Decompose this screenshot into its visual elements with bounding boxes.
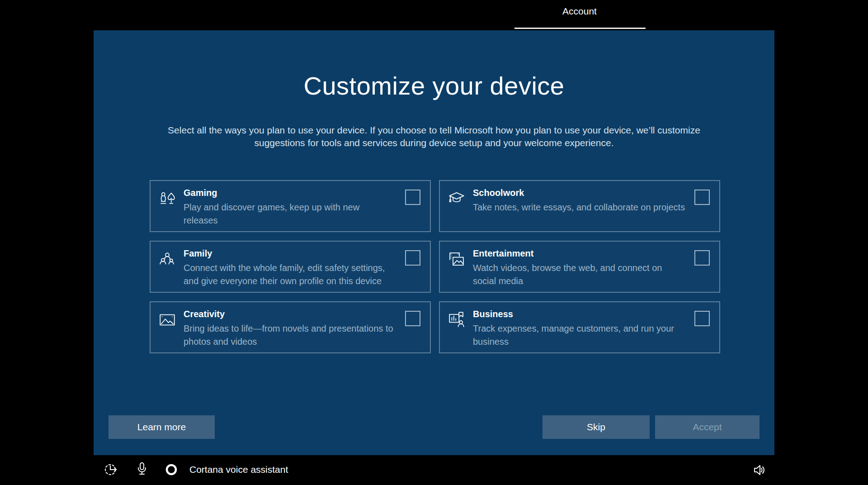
option-description: Take notes, write essays, and collaborat… <box>473 201 685 214</box>
entertainment-icon <box>447 250 466 269</box>
gaming-icon <box>158 189 177 208</box>
option-text: Business Track expenses, manage customer… <box>473 309 685 348</box>
entertainment-checkbox[interactable] <box>694 250 710 266</box>
option-title: Entertainment <box>473 248 685 259</box>
page-subtitle: Select all the ways you plan to use your… <box>165 124 703 149</box>
option-description: Play and discover games, keep up with ne… <box>184 201 396 227</box>
oobe-screen: Account Customize your device Select all… <box>0 0 868 485</box>
option-description: Bring ideas to life—from novels and pres… <box>184 322 396 348</box>
option-card-entertainment[interactable]: Entertainment Watch videos, browse the w… <box>439 241 720 293</box>
creativity-checkbox[interactable] <box>405 311 420 326</box>
option-text: Creativity Bring ideas to life—from nove… <box>184 309 396 348</box>
schoolwork-icon <box>447 189 466 208</box>
option-card-business[interactable]: Business Track expenses, manage customer… <box>439 301 720 353</box>
option-text: Schoolwork Take notes, write essays, and… <box>473 188 685 214</box>
option-title: Creativity <box>184 309 396 319</box>
option-description: Track expenses, manage customers, and ru… <box>473 322 685 348</box>
option-card-gaming[interactable]: Gaming Play and discover games, keep up … <box>150 180 431 232</box>
ease-of-access-icon[interactable] <box>104 462 118 477</box>
option-description: Watch videos, browse the web, and connec… <box>473 262 685 288</box>
cortana-label: Cortana voice assistant <box>189 464 288 475</box>
microphone-icon[interactable] <box>134 461 150 477</box>
gaming-checkbox[interactable] <box>405 190 420 205</box>
family-icon <box>158 250 177 269</box>
creativity-icon <box>158 310 177 329</box>
cortana-icon[interactable] <box>165 463 178 476</box>
option-description: Connect with the whole family, edit safe… <box>184 262 396 288</box>
option-title: Business <box>473 309 685 319</box>
volume-icon[interactable] <box>751 462 766 478</box>
customize-device-panel: Customize your device Select all the way… <box>94 30 774 455</box>
option-title: Family <box>184 248 396 259</box>
option-title: Schoolwork <box>473 188 685 198</box>
option-title: Gaming <box>184 188 396 198</box>
option-card-creativity[interactable]: Creativity Bring ideas to life—from nove… <box>150 301 431 353</box>
skip-button[interactable]: Skip <box>542 415 650 439</box>
learn-more-button[interactable]: Learn more <box>108 415 215 439</box>
option-card-family[interactable]: Family Connect with the whole family, ed… <box>150 241 431 293</box>
tab-account-underline <box>514 28 646 29</box>
business-icon <box>447 310 466 329</box>
schoolwork-checkbox[interactable] <box>694 190 710 205</box>
family-checkbox[interactable] <box>405 250 420 266</box>
accept-button[interactable]: Accept <box>655 415 760 439</box>
business-checkbox[interactable] <box>694 311 710 326</box>
option-text: Family Connect with the whole family, ed… <box>184 248 396 288</box>
option-text: Entertainment Watch videos, browse the w… <box>473 248 685 288</box>
tab-account[interactable]: Account <box>562 6 597 17</box>
option-text: Gaming Play and discover games, keep up … <box>184 188 396 227</box>
option-card-schoolwork[interactable]: Schoolwork Take notes, write essays, and… <box>439 180 720 232</box>
page-title: Customize your device <box>94 71 774 100</box>
options-grid: Gaming Play and discover games, keep up … <box>150 180 720 353</box>
